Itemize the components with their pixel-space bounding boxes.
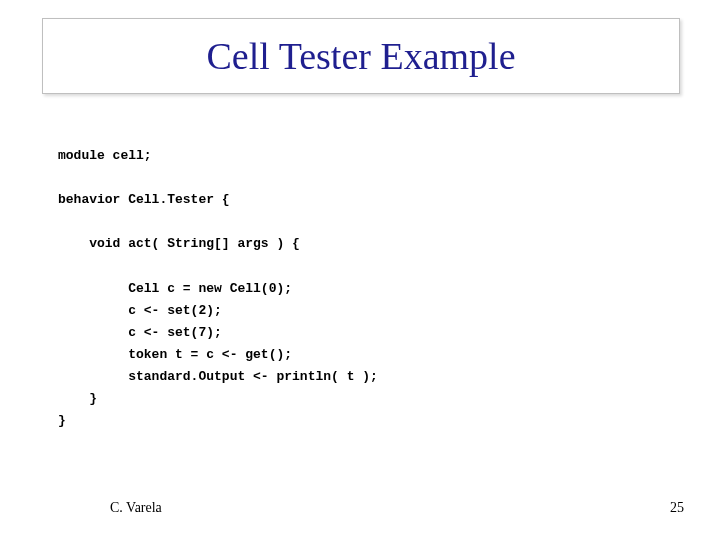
slide-title: Cell Tester Example [207,34,516,78]
code-block: module cell; behavior Cell.Tester { void… [58,145,378,432]
footer-author: C. Varela [110,500,162,516]
footer-page-number: 25 [670,500,684,516]
title-box: Cell Tester Example [42,18,680,94]
